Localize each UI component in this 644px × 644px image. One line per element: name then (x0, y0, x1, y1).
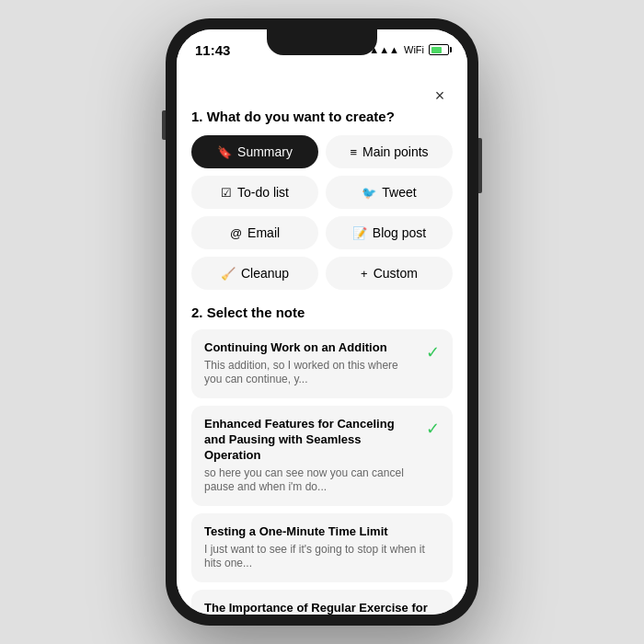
phone-screen: 11:43 ▲▲▲ WiFi × 1. What do you want to … (177, 29, 467, 615)
option-main-points[interactable]: ≡ Main points (326, 135, 453, 168)
note-title-3: Testing a One-Minute Time Limit (204, 524, 440, 540)
notch (267, 29, 377, 55)
note-preview-2: so here you can see now you can cancel p… (204, 466, 419, 495)
option-tweet[interactable]: 🐦 Tweet (326, 176, 453, 209)
note-text-2: Enhanced Features for Canceling and Paus… (204, 417, 419, 495)
email-label: Email (247, 225, 280, 240)
step1-title: 1. What do you want to create? (191, 109, 453, 124)
tweet-label: Tweet (382, 185, 416, 200)
step2-section: 2. Select the note Continuing Work on an… (177, 305, 467, 615)
note-preview-3: I just want to see if it's going to stop… (204, 543, 440, 571)
battery-fill (431, 47, 443, 53)
note-preview-1: This addition, so I worked on this where… (204, 359, 419, 387)
note-card-1[interactable]: Continuing Work on an Addition This addi… (191, 329, 453, 398)
modal-header: × (177, 70, 467, 109)
step1-section: 1. What do you want to create? 🔖 Summary… (177, 109, 467, 290)
option-email[interactable]: @ Email (191, 216, 318, 249)
check-icon-1: ✓ (426, 342, 440, 362)
option-blog-post[interactable]: 📝 Blog post (326, 216, 453, 249)
summary-label: Summary (237, 144, 293, 159)
note-card-4[interactable]: The Importance of Regular Exercise for O… (191, 590, 453, 615)
status-icons: ▲▲▲ WiFi (369, 44, 449, 55)
main-points-label: Main points (362, 144, 429, 159)
option-cleanup[interactable]: 🧹 Cleanup (191, 257, 318, 290)
options-grid: 🔖 Summary ≡ Main points ☑ To-do list 🐦 T… (191, 135, 453, 290)
cleanup-icon: 🧹 (221, 267, 236, 281)
note-text-4: The Importance of Regular Exercise for O… (204, 601, 440, 615)
note-card-2[interactable]: Enhanced Features for Canceling and Paus… (191, 406, 453, 506)
note-title-4: The Importance of Regular Exercise for O… (204, 601, 440, 615)
summary-icon: 🔖 (217, 145, 232, 159)
custom-icon: + (361, 267, 368, 281)
todo-label: To-do list (237, 185, 289, 200)
main-points-icon: ≡ (350, 145, 357, 159)
blog-post-label: Blog post (373, 225, 426, 240)
option-todo[interactable]: ☑ To-do list (191, 176, 318, 209)
email-icon: @ (230, 226, 242, 240)
phone-frame: 11:43 ▲▲▲ WiFi × 1. What do you want to … (166, 18, 478, 626)
option-summary[interactable]: 🔖 Summary (191, 135, 318, 168)
battery-icon (429, 44, 449, 55)
note-text-1: Continuing Work on an Addition This addi… (204, 340, 419, 387)
close-button[interactable]: × (427, 83, 453, 109)
option-custom[interactable]: + Custom (326, 257, 453, 290)
note-title-1: Continuing Work on an Addition (204, 340, 419, 356)
note-text-3: Testing a One-Minute Time Limit I just w… (204, 524, 440, 571)
wifi-icon: WiFi (404, 44, 424, 55)
modal-content: × 1. What do you want to create? 🔖 Summa… (177, 70, 467, 615)
step2-title: 2. Select the note (191, 305, 453, 320)
check-icon-2: ✓ (426, 419, 440, 439)
todo-icon: ☑ (221, 186, 232, 200)
custom-label: Custom (374, 266, 418, 281)
status-time: 11:43 (195, 42, 230, 58)
note-title-2: Enhanced Features for Canceling and Paus… (204, 417, 419, 464)
status-bar: 11:43 ▲▲▲ WiFi (177, 29, 467, 70)
cleanup-label: Cleanup (241, 266, 289, 281)
blog-post-icon: 📝 (352, 226, 367, 240)
tweet-icon: 🐦 (362, 186, 376, 200)
note-card-3[interactable]: Testing a One-Minute Time Limit I just w… (191, 513, 453, 582)
